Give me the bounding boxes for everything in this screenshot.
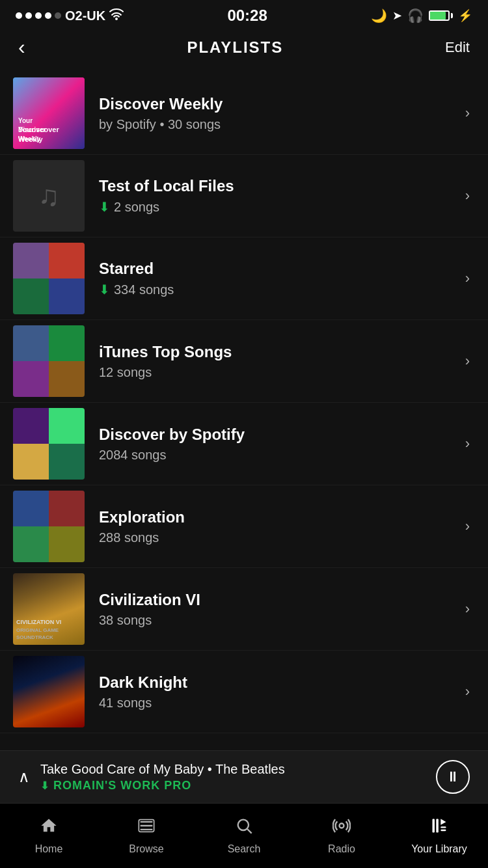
page-title: PLAYLISTS: [187, 38, 283, 57]
chevron-right-icon: ›: [465, 105, 470, 122]
playlist-info: Dark Knight 41 songs: [99, 673, 465, 711]
playlist-info: Civilization VI 38 songs: [99, 591, 465, 628]
nav-item-radio[interactable]: Radio: [293, 817, 390, 855]
status-bar: O2-UK 00:28 🌙 ➤ 🎧 ⚡: [0, 0, 488, 29]
browse-icon: [137, 817, 156, 839]
svg-rect-6: [441, 826, 446, 828]
playlist-subtitle: 2084 songs: [99, 448, 465, 463]
playlist-info: Exploration 288 songs: [99, 508, 465, 545]
now-playing-playlist: ⬇ ROMAIN'S WORK PRO: [40, 779, 285, 793]
nav-item-browse[interactable]: Browse: [98, 817, 195, 855]
list-item[interactable]: Dark Knight 41 songs ›: [0, 651, 488, 733]
bottom-navigation: Home Browse Search: [0, 803, 488, 868]
playlist-subtitle: 288 songs: [99, 530, 465, 545]
playlist-info: iTunes Top Songs 12 songs: [99, 343, 465, 380]
chevron-right-icon: ›: [465, 601, 470, 617]
wifi-icon: [109, 8, 124, 23]
now-playing-download-icon: ⬇: [40, 780, 49, 791]
list-item[interactable]: iTunes Top Songs 12 songs ›: [0, 320, 488, 403]
list-item[interactable]: YourDiscoverWeekly Discover Weekly by Sp…: [0, 72, 488, 155]
location-icon: ➤: [392, 8, 402, 23]
playlist-subtitle: ⬇ 334 songs: [99, 282, 465, 297]
nav-item-search[interactable]: Search: [195, 817, 293, 855]
chevron-right-icon: ›: [465, 187, 470, 204]
playlist-title: Test of Local Files: [99, 177, 465, 195]
chevron-right-icon: ›: [465, 270, 470, 287]
list-item[interactable]: ♫ Test of Local Files ⬇ 2 songs ›: [0, 155, 488, 237]
now-playing-left: ∧ Take Good Care of My Baby • The Beatle…: [18, 762, 285, 793]
moon-icon: 🌙: [371, 8, 387, 23]
nav-browse-label: Browse: [129, 843, 163, 855]
playlist-title: iTunes Top Songs: [99, 343, 465, 361]
headphones-icon: 🎧: [407, 8, 424, 23]
svg-rect-5: [436, 819, 439, 833]
playlist-info: Discover by Spotify 2084 songs: [99, 426, 465, 463]
music-note-icon: ♫: [38, 180, 60, 212]
list-item[interactable]: CIVILIZATION VIORIGINAL GAME SOUNDTRACK …: [0, 568, 488, 651]
list-item[interactable]: Exploration 288 songs ›: [0, 485, 488, 568]
playlist-cover: YourDiscoverWeekly: [13, 77, 85, 149]
nav-radio-label: Radio: [328, 843, 355, 855]
playlist-title: Dark Knight: [99, 673, 465, 692]
battery-indicator: [429, 10, 453, 21]
playlist-subtitle: 12 songs: [99, 365, 465, 380]
playlist-subtitle: ⬇ 2 songs: [99, 199, 465, 215]
svg-point-3: [340, 824, 344, 828]
svg-rect-4: [433, 819, 435, 833]
now-playing-bar[interactable]: ∧ Take Good Care of My Baby • The Beatle…: [0, 750, 488, 803]
now-playing-song: Take Good Care of My Baby • The Beatles: [40, 762, 285, 777]
pause-icon: ⏸: [446, 768, 460, 785]
charging-icon: ⚡: [458, 8, 472, 23]
now-playing-expand-icon[interactable]: ∧: [18, 768, 30, 786]
playlist-subtitle: 38 songs: [99, 613, 465, 628]
playlist-subtitle: 41 songs: [99, 696, 465, 711]
status-left: O2-UK: [16, 8, 124, 23]
playlist-cover: CIVILIZATION VIORIGINAL GAME SOUNDTRACK: [13, 573, 85, 645]
playlist-title: Discover by Spotify: [99, 426, 465, 444]
nav-item-library[interactable]: Your Library: [390, 817, 488, 855]
status-right: 🌙 ➤ 🎧 ⚡: [371, 8, 472, 23]
playlist-cover: [13, 243, 85, 314]
list-item[interactable]: Starred ⬇ 334 songs ›: [0, 237, 488, 320]
carrier-label: O2-UK: [65, 8, 105, 23]
now-playing-text: Take Good Care of My Baby • The Beatles …: [40, 762, 285, 793]
playlist-cover: [13, 491, 85, 562]
status-time: 00:28: [227, 7, 267, 25]
playlist-title: Discover Weekly: [99, 95, 465, 113]
library-icon: [430, 817, 448, 839]
nav-library-label: Your Library: [411, 843, 467, 855]
radio-icon: [332, 817, 351, 839]
download-icon: ⬇: [99, 282, 110, 297]
chevron-right-icon: ›: [465, 683, 470, 700]
nav-search-label: Search: [228, 843, 261, 855]
svg-point-1: [238, 820, 249, 830]
chevron-right-icon: ›: [465, 353, 470, 370]
now-playing-playlist-label: ROMAIN'S WORK PRO: [53, 779, 191, 792]
list-item[interactable]: Discover by Spotify 2084 songs ›: [0, 403, 488, 485]
pause-button[interactable]: ⏸: [436, 760, 470, 794]
playlist-title: Civilization VI: [99, 591, 465, 609]
playlist-cover: ♫: [13, 160, 85, 232]
playlist-info: Test of Local Files ⬇ 2 songs: [99, 177, 465, 215]
chevron-right-icon: ›: [465, 435, 470, 452]
svg-line-2: [247, 829, 251, 833]
playlist-info: Discover Weekly by Spotify • 30 songs: [99, 95, 465, 132]
svg-rect-7: [441, 830, 446, 831]
download-icon: ⬇: [99, 199, 110, 215]
nav-item-home[interactable]: Home: [0, 817, 98, 855]
playlist-subtitle: by Spotify • 30 songs: [99, 117, 465, 132]
playlist-list: YourDiscoverWeekly Discover Weekly by Sp…: [0, 72, 488, 733]
page-header: ‹ PLAYLISTS Edit: [0, 29, 488, 72]
edit-button[interactable]: Edit: [445, 39, 470, 56]
playlist-cover: [13, 325, 85, 397]
search-icon: [235, 817, 253, 839]
nav-home-label: Home: [35, 843, 63, 855]
playlist-cover: [13, 408, 85, 480]
signal-dots: [16, 12, 61, 19]
chevron-right-icon: ›: [465, 518, 470, 535]
playlist-title: Exploration: [99, 508, 465, 526]
playlist-info: Starred ⬇ 334 songs: [99, 260, 465, 297]
home-icon: [40, 817, 58, 839]
back-button[interactable]: ‹: [18, 35, 25, 59]
playlist-cover: [13, 656, 85, 727]
